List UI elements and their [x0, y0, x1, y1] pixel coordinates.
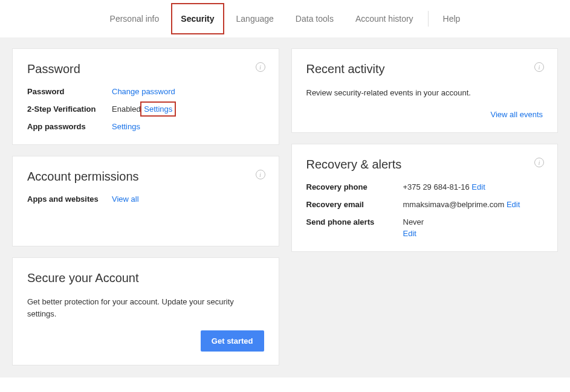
view-all-events-link[interactable]: View all events — [491, 110, 543, 119]
tab-bar: Personal info Security Language Data too… — [0, 0, 570, 37]
password-card-title: Password — [27, 62, 264, 76]
permissions-card-title: Account permissions — [27, 170, 264, 184]
two-step-status: Enabled — [112, 104, 141, 114]
tab-help[interactable]: Help — [432, 2, 471, 36]
app-passwords-settings-link[interactable]: Settings — [112, 122, 140, 131]
recovery-email-value: mmaksimava@belprime.com — [403, 200, 505, 209]
tab-divider — [428, 11, 429, 27]
change-password-link[interactable]: Change password — [112, 87, 175, 96]
info-icon[interactable]: i — [256, 62, 265, 72]
send-alerts-label: Send phone alerts — [306, 217, 403, 227]
password-label: Password — [27, 87, 112, 96]
recent-activity-card: i Recent activity Review security-relate… — [291, 48, 559, 133]
get-started-button[interactable]: Get started — [201, 330, 264, 352]
left-column: i Password Password Change password 2-St… — [12, 48, 279, 365]
tab-account-history[interactable]: Account history — [345, 2, 424, 36]
info-icon[interactable]: i — [256, 170, 265, 179]
recovery-phone-edit-link[interactable]: Edit — [471, 182, 485, 191]
tab-language[interactable]: Language — [225, 2, 285, 36]
secure-account-desc: Get better protection for your account. … — [27, 296, 264, 320]
password-row: Password Change password — [27, 87, 264, 96]
recovery-email-label: Recovery email — [306, 200, 403, 209]
app-passwords-label: App passwords — [27, 122, 112, 131]
recovery-phone-value: +375 29 684-81-16 — [403, 182, 470, 191]
recovery-email-row: Recovery email mmaksimava@belprime.com E… — [306, 200, 543, 209]
apps-websites-label: Apps and websites — [27, 194, 112, 204]
recovery-alerts-card: i Recovery & alerts Recovery phone +375 … — [291, 144, 559, 252]
two-step-label: 2-Step Verification — [27, 104, 112, 114]
recovery-phone-label: Recovery phone — [306, 182, 403, 191]
two-step-settings-link[interactable]: Settings — [143, 104, 173, 114]
apps-websites-row: Apps and websites View all — [27, 194, 264, 204]
send-alerts-row: Send phone alerts Never Edit — [306, 217, 543, 238]
recovery-email-edit-link[interactable]: Edit — [507, 200, 520, 209]
two-step-row: 2-Step Verification Enabled Settings — [27, 104, 264, 114]
recent-activity-desc: Review security-related events in your a… — [306, 87, 543, 99]
tab-security[interactable]: Security — [170, 2, 225, 36]
send-alerts-value: Never — [403, 217, 424, 227]
recovery-phone-row: Recovery phone +375 29 684-81-16 Edit — [306, 182, 543, 191]
view-all-apps-link[interactable]: View all — [112, 194, 139, 204]
tab-personal-info[interactable]: Personal info — [99, 2, 170, 36]
secure-account-title: Secure your Account — [27, 271, 264, 285]
info-icon[interactable]: i — [534, 158, 544, 167]
app-passwords-row: App passwords Settings — [27, 122, 264, 131]
send-alerts-edit-link[interactable]: Edit — [403, 229, 424, 238]
secure-account-card: Secure your Account Get better protectio… — [12, 257, 279, 365]
recovery-alerts-title: Recovery & alerts — [306, 158, 543, 172]
content-area: i Password Password Change password 2-St… — [0, 37, 570, 378]
password-card: i Password Password Change password 2-St… — [12, 48, 279, 145]
info-icon[interactable]: i — [534, 62, 544, 72]
right-column: i Recent activity Review security-relate… — [291, 48, 559, 252]
permissions-card: i Account permissions Apps and websites … — [12, 156, 279, 246]
recent-activity-title: Recent activity — [306, 62, 543, 76]
tab-data-tools[interactable]: Data tools — [285, 2, 345, 36]
